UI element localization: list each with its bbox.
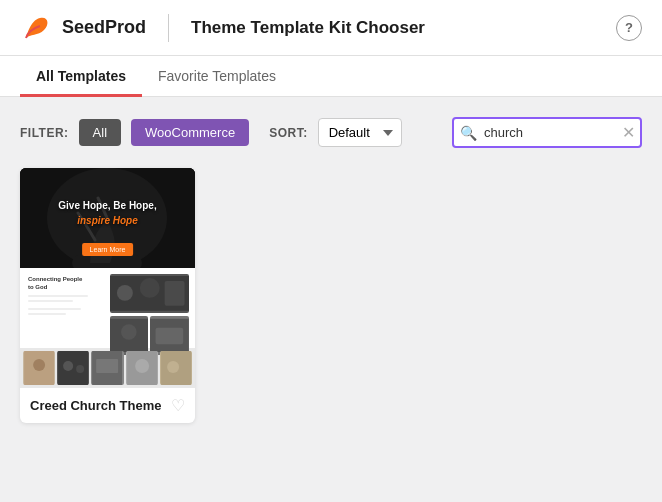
hero-text: Give Hope, Be Hope, inspire Hope <box>20 198 195 228</box>
hero-cta: Learn More <box>82 243 134 256</box>
filter-woocommerce-button[interactable]: WooCommerce <box>131 119 249 146</box>
svg-point-5 <box>139 278 159 298</box>
svg-point-19 <box>135 359 149 373</box>
tabs-bar: All Templates Favorite Templates <box>0 56 662 97</box>
template-name: Creed Church Theme <box>30 398 161 413</box>
svg-point-4 <box>116 285 132 301</box>
svg-rect-17 <box>97 359 119 373</box>
template-grid: Give Hope, Be Hope, inspire Hope Learn M… <box>20 168 642 423</box>
svg-rect-6 <box>164 281 184 306</box>
thumb-mid-right <box>110 274 190 355</box>
template-card-creed-church[interactable]: Give Hope, Be Hope, inspire Hope Learn M… <box>20 168 195 423</box>
help-button[interactable]: ? <box>616 15 642 41</box>
main-content: FILTER: All WooCommerce SORT: Default Ne… <box>0 97 662 502</box>
search-input[interactable] <box>452 117 642 148</box>
page-title: Theme Template Kit Chooser <box>191 18 425 38</box>
favorite-button[interactable]: ♡ <box>171 396 185 415</box>
tab-all-templates[interactable]: All Templates <box>20 56 142 97</box>
svg-point-21 <box>167 361 179 373</box>
header: SeedProd Theme Template Kit Chooser ? <box>0 0 662 56</box>
thumb-mid: Connecting Peopleto God <box>20 268 195 348</box>
sort-select[interactable]: Default Newest Oldest <box>318 118 402 147</box>
sort-label: SORT: <box>269 126 308 140</box>
template-thumbnail: Give Hope, Be Hope, inspire Hope Learn M… <box>20 168 195 388</box>
thumb-mid-left: Connecting Peopleto God <box>26 274 106 355</box>
search-clear-button[interactable]: ✕ <box>622 125 635 141</box>
svg-point-15 <box>76 365 84 373</box>
thumb-hero: Give Hope, Be Hope, inspire Hope Learn M… <box>20 168 195 268</box>
header-divider <box>168 14 169 42</box>
search-wrapper: 🔍 ✕ <box>452 117 642 148</box>
thumb-bottom-strip <box>20 348 195 388</box>
filter-row: FILTER: All WooCommerce SORT: Default Ne… <box>20 117 642 148</box>
template-card-footer: Creed Church Theme ♡ <box>20 388 195 423</box>
svg-point-12 <box>33 359 45 371</box>
svg-point-8 <box>121 324 137 340</box>
svg-point-14 <box>63 361 73 371</box>
tab-favorite-templates[interactable]: Favorite Templates <box>142 56 292 97</box>
brand-name: SeedProd <box>62 17 146 38</box>
seedprod-logo <box>20 12 52 44</box>
filter-all-button[interactable]: All <box>79 119 121 146</box>
filter-label: FILTER: <box>20 126 69 140</box>
logo-area: SeedProd Theme Template Kit Chooser <box>20 12 425 44</box>
svg-rect-10 <box>156 327 184 344</box>
